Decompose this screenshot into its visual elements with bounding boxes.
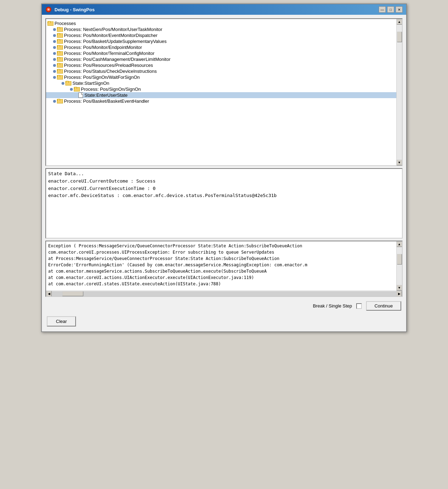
list-item[interactable]: State:StartSignOn <box>46 80 396 86</box>
title-bar: Debug - SwingPos — □ ✕ <box>42 4 406 15</box>
log-line: at Process:MessageService/QueueConnector… <box>48 255 394 262</box>
folder-icon <box>57 63 63 68</box>
log-hscroll-left-button[interactable]: ◀ <box>46 291 52 297</box>
title-bar-left: Debug - SwingPos <box>45 6 95 13</box>
scroll-track <box>397 25 402 160</box>
scroll-down-button[interactable]: ▼ <box>397 160 402 165</box>
pin-dot <box>53 100 56 103</box>
list-item[interactable]: Process: NextGen/Pos/Monitor/UserTaskMon… <box>46 26 396 32</box>
tree-content[interactable]: Processes Process: NextGen/Pos/Monitor/U… <box>46 19 396 165</box>
pin-dot <box>53 34 56 37</box>
folder-icon <box>65 81 71 85</box>
close-button[interactable]: ✕ <box>396 6 403 13</box>
tree-root-label: Processes <box>55 21 76 26</box>
pin-dot <box>53 40 56 43</box>
folder-icon <box>57 39 63 44</box>
folder-icon <box>57 27 63 32</box>
tree-item-label: Process: Pos/CashManagement/DrawerLimitM… <box>64 57 171 62</box>
list-item[interactable]: State:EnterUserState <box>46 92 396 98</box>
scroll-thumb[interactable] <box>397 32 402 42</box>
log-scroll-thumb[interactable] <box>397 254 402 265</box>
tree-root[interactable]: Processes <box>46 20 396 26</box>
log-line: ErrorCode:'ErrorRunningAction' (Caused b… <box>48 262 394 268</box>
folder-icon <box>57 99 63 103</box>
folder-icon <box>57 57 63 62</box>
state-data-line: enactor.coreUI.CurrentOutcome : Success <box>48 178 400 185</box>
bottom-controls: Break / Single Step Continue <box>45 299 403 313</box>
scroll-up-button[interactable]: ▲ <box>397 19 402 25</box>
minimize-button[interactable]: — <box>379 6 386 13</box>
pin-dot <box>53 46 56 49</box>
log-line: at com.enactor.coreUI.states.UIState.exe… <box>48 281 394 287</box>
state-data-line: enactor.mfc.DeviceStatus : com.enactor.m… <box>48 192 400 199</box>
app-icon <box>45 6 52 13</box>
list-item[interactable]: Process: Pos/SignOn/WaitForSignOn <box>46 74 396 80</box>
log-scrollbar-h: ◀ ▶ <box>46 291 402 296</box>
pin-dot <box>53 28 56 31</box>
pin-dot <box>62 82 64 85</box>
list-item[interactable]: Process: Pos/Status/CheckDeviceInstructi… <box>46 68 396 74</box>
log-line: at com.enactor.coreUI.actions.UIActionEx… <box>48 274 394 281</box>
maximize-button[interactable]: □ <box>387 6 394 13</box>
list-item[interactable]: Process: Pos/Basket/BasketEventHandler <box>46 98 396 104</box>
pin-dot <box>53 64 56 67</box>
break-checkbox[interactable] <box>356 303 362 309</box>
list-item[interactable]: Process: Pos/Resources/PreloadResources <box>46 62 396 68</box>
window-title: Debug - SwingPos <box>55 7 95 12</box>
folder-icon <box>57 45 63 50</box>
list-item[interactable]: Process: Pos/Monitor/EventMonitorDispatc… <box>46 32 396 38</box>
window-body: Processes Process: NextGen/Pos/Monitor/U… <box>42 15 406 331</box>
folder-icon <box>74 87 79 91</box>
tree-item-label: Process: NextGen/Pos/Monitor/UserTaskMon… <box>64 27 162 32</box>
tree-item-label: State:StartSignOn <box>72 81 109 86</box>
tree-item-label: Process: Pos/Monitor/TerminalConfigMonit… <box>64 51 154 56</box>
state-data-line: enactor.coreUI.CurrentExecutionTime : 0 <box>48 185 400 192</box>
footer-row: Clear <box>45 315 403 328</box>
pin-dot <box>70 88 73 91</box>
state-data-panel: State Data... enactor.coreUI.CurrentOutc… <box>45 168 403 239</box>
folder-icon <box>57 69 63 74</box>
list-item[interactable]: Process: Pos/Basket/UpdateSupplementaryV… <box>46 38 396 44</box>
log-scroll-down-button[interactable]: ▼ <box>397 285 402 291</box>
tree-item-label: Process: Pos/Monitor/EventMonitorDispatc… <box>64 33 158 38</box>
root-folder-icon <box>47 21 53 26</box>
tree-scrollbar-v: ▲ ▼ <box>396 19 402 165</box>
log-line: com.enactor.coreUI.processes.UIProcessEx… <box>48 249 394 255</box>
tree-item-label: Process: Pos/Basket/UpdateSupplementaryV… <box>64 39 167 44</box>
log-hscroll-right-button[interactable]: ▶ <box>396 291 402 297</box>
break-label: Break / Single Step <box>313 303 352 309</box>
continue-button[interactable]: Continue <box>366 301 401 311</box>
log-content[interactable]: Exception ( Process:MessageService/Queue… <box>46 241 396 291</box>
log-scroll-track <box>397 247 402 285</box>
list-item[interactable]: Process: Pos/CashManagement/DrawerLimitM… <box>46 56 396 62</box>
svg-point-2 <box>48 9 49 10</box>
log-hscroll-track <box>52 291 396 296</box>
folder-icon <box>57 51 63 56</box>
log-scroll-up-button[interactable]: ▲ <box>397 241 402 247</box>
tree-panel: Processes Process: NextGen/Pos/Monitor/U… <box>45 18 403 166</box>
log-scrollbar-v: ▲ ▼ <box>396 241 402 291</box>
debug-window: Debug - SwingPos — □ ✕ Processes Process… <box>41 4 407 332</box>
window-controls: — □ ✕ <box>379 6 403 13</box>
log-panel: Exception ( Process:MessageService/Queue… <box>45 241 403 297</box>
state-data-line: State Data... <box>48 170 400 178</box>
list-item[interactable]: Process: Pos/Monitor/EndpointMonitor <box>46 44 396 50</box>
tree-item-label: Process: Pos/Monitor/EndpointMonitor <box>64 45 142 50</box>
list-item[interactable]: Process: Pos/Monitor/TerminalConfigMonit… <box>46 50 396 56</box>
tree-item-label: State:EnterUserState <box>84 93 128 98</box>
file-icon <box>78 93 83 98</box>
folder-icon <box>57 33 63 38</box>
tree-item-label: Process: Pos/SignOn/SignOn <box>81 87 141 92</box>
pin-dot <box>53 58 56 61</box>
pin-dot <box>53 52 56 55</box>
clear-button[interactable]: Clear <box>47 316 76 326</box>
log-line: at com.enactor.messageService.actions.Su… <box>48 268 394 274</box>
tree-item-label: Process: Pos/Status/CheckDeviceInstructi… <box>64 69 157 74</box>
log-main: Exception ( Process:MessageService/Queue… <box>46 241 402 291</box>
log-line: Exception ( Process:MessageService/Queue… <box>48 243 394 249</box>
tree-item-label: Process: Pos/Basket/BasketEventHandler <box>64 99 149 104</box>
list-item[interactable]: Process: Pos/SignOn/SignOn <box>46 86 396 92</box>
tree-item-label: Process: Pos/SignOn/WaitForSignOn <box>64 75 140 80</box>
pin-dot <box>53 70 56 73</box>
log-hscroll-thumb[interactable] <box>62 291 83 296</box>
